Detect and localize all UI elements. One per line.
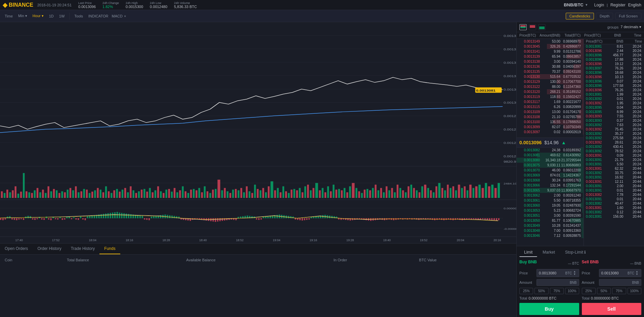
price-chart[interactable]: 0.0013250 0.0013200 0.0013150 0.0013100 … xyxy=(0,22,516,166)
sell-amount-input[interactable] xyxy=(601,280,632,284)
buy-order-row[interactable]: 0.00130615.500.00718355 xyxy=(517,198,584,203)
decimals-selector[interactable]: 7 decimals ▾ xyxy=(620,25,641,29)
buy-order-row[interactable]: 0.00130467.120.00928875 xyxy=(517,233,584,238)
buy-price-input-wrap[interactable]: BTC ▲ ▼ xyxy=(536,269,579,277)
hour-button[interactable]: Hour ▾ xyxy=(31,13,46,19)
buy-75-percent[interactable]: 75% xyxy=(550,288,564,294)
sell-price-cell: 0.0013109 xyxy=(519,110,540,114)
ob-both-icon[interactable] xyxy=(519,24,527,30)
sell-100-percent[interactable]: 100% xyxy=(628,288,641,294)
buy-button[interactable]: Buy xyxy=(519,303,579,315)
sell-price-input[interactable] xyxy=(601,271,628,275)
sell-25-percent[interactable]: 25% xyxy=(582,288,596,294)
ob-sell-icon[interactable] xyxy=(529,24,536,30)
sell-order-row[interactable]: 0.0013100136.550.17888050 xyxy=(517,119,584,124)
sell-order-row[interactable]: 0.0013129130.000.17067700 xyxy=(517,79,584,84)
buy-order-row[interactable]: 0.001304910.280.01341437 xyxy=(517,223,584,228)
sell-price-cell: 0.0013120 xyxy=(519,90,540,94)
sell-order-row[interactable]: 0.001310821.100.02765788 xyxy=(517,114,584,119)
trade-history-row: 0.001309610.1320:24: xyxy=(584,75,644,79)
svg-rect-41 xyxy=(50,191,52,198)
buy-order-row[interactable]: 0.001308224.380.03189392 xyxy=(517,148,584,153)
sell-order-row[interactable]: 0.00131171.690.00221677 xyxy=(517,99,584,104)
candlesticks-button[interactable]: Candlesticks xyxy=(566,13,594,19)
buy-amount-cell: 2.00 xyxy=(540,193,560,198)
trade-tab-market[interactable]: Market xyxy=(538,248,560,257)
sell-order-row[interactable]: 0.001314953.000.06968970 xyxy=(517,39,584,44)
buy-100-percent[interactable]: 100% xyxy=(565,288,579,294)
macd-close-button[interactable]: × xyxy=(124,14,126,18)
svg-rect-177 xyxy=(427,188,429,198)
buy-order-row[interactable]: 0.001307046.000.06012200 xyxy=(517,168,584,173)
buy-order-row[interactable]: 0.00130487.000.00913360 xyxy=(517,228,584,233)
tb-time-cell: 20:24: xyxy=(623,158,642,162)
sell-price-input-wrap[interactable]: BTC ▲ ▼ xyxy=(599,269,642,277)
buy-order-row[interactable]: 0.0013069874.011.14224367 xyxy=(517,173,584,178)
trade-tab-limit[interactable]: Limit xyxy=(519,248,537,257)
indicator-button[interactable]: INDICATOR xyxy=(86,13,111,19)
sell-price-down[interactable]: ▼ xyxy=(635,273,639,276)
tab-funds[interactable]: Funds xyxy=(99,244,120,254)
tab-trade-history[interactable]: Trade History xyxy=(66,244,100,254)
buy-order-row[interactable]: 0.00130759,030.1111.80686883 xyxy=(517,163,584,168)
sell-order-row[interactable]: 0.001313570.370.09243100 xyxy=(517,69,584,74)
ob-buy-icon[interactable] xyxy=(538,24,546,30)
svg-rect-199 xyxy=(491,184,493,198)
register-button[interactable]: Register xyxy=(610,3,626,7)
tools-button[interactable]: Tools xyxy=(72,13,85,19)
buy-price-down[interactable]: ▼ xyxy=(573,273,577,276)
tab-open-orders[interactable]: Open Orders xyxy=(0,244,33,254)
tb-time-cell: 20:24: xyxy=(623,45,642,48)
sell-order-row[interactable]: 0.001313630.880.04056397 xyxy=(517,64,584,69)
buy-amount-input-wrap[interactable]: BNB xyxy=(536,279,579,286)
sell-order-row[interactable]: 0.001313965.940.08663857 xyxy=(517,54,584,59)
1d-button[interactable]: 1D xyxy=(47,13,56,19)
sell-order-row[interactable]: 0.00131383.000.00394140 xyxy=(517,59,584,64)
sell-order-row[interactable]: 0.0013130515.640.67703532 xyxy=(517,74,584,79)
buy-order-row[interactable]: 0.00130535.230.00682724 xyxy=(517,208,584,213)
sell-order-row[interactable]: 0.0013119118.930.15602427 xyxy=(517,94,584,99)
sell-amount-input-wrap[interactable]: BNB xyxy=(599,279,642,286)
x-tick-2: 18:04 xyxy=(74,239,111,242)
buy-price-label: Price xyxy=(519,271,534,275)
buy-order-row[interactable]: 0.0013066132.340.17291544 xyxy=(517,183,584,188)
language-selector[interactable]: English xyxy=(628,3,641,7)
fullscreen-button[interactable]: Full Screen xyxy=(615,13,641,19)
svg-rect-77 xyxy=(149,188,151,198)
sell-order-row[interactable]: 0.00130970.020.00002619 xyxy=(517,129,584,135)
sell-order-row[interactable]: 0.00131419.990.01312786 xyxy=(517,49,584,54)
tb-time-cell: 20:44: xyxy=(623,210,642,214)
svg-rect-92 xyxy=(190,190,192,198)
buy-order-row[interactable]: 0.0013081469.620.61430992 xyxy=(517,153,584,158)
buy-order-row[interactable]: 0.001306019.050.02487930 xyxy=(517,203,584,208)
buy-order-row[interactable]: 0.001305081.770.10670985 xyxy=(517,218,584,223)
time-button[interactable]: Time xyxy=(3,13,15,19)
sell-order-row[interactable]: 0.00131156.260.00820999 xyxy=(517,104,584,109)
tab-order-history[interactable]: Order History xyxy=(33,244,66,254)
buy-order-row[interactable]: 0.00130659,037.0311.80687970 xyxy=(517,188,584,193)
pair-info[interactable]: BNB/BTC ▾ xyxy=(564,2,588,7)
buy-order-row[interactable]: 0.00130513.000.00391590 xyxy=(517,213,584,218)
sell-order-row[interactable]: 0.001312288.000.11547360 xyxy=(517,84,584,89)
buy-50-percent[interactable]: 50% xyxy=(534,288,548,294)
min-button[interactable]: Min ▾ xyxy=(16,13,29,19)
sell-order-row[interactable]: 0.0013120268.210.35189152 xyxy=(517,89,584,94)
buy-order-row[interactable]: 0.00130622.000.00261240 xyxy=(517,193,584,198)
sell-order-row[interactable]: 0.001310913.000.01704170 xyxy=(517,109,584,114)
buy-25-percent[interactable]: 25% xyxy=(519,288,533,294)
sell-order-row[interactable]: 0.0013045326.260.42886877 xyxy=(517,44,584,49)
sell-50-percent[interactable]: 50% xyxy=(597,288,611,294)
sell-button[interactable]: Sell xyxy=(582,303,642,315)
svg-rect-157 xyxy=(372,188,374,198)
depth-button[interactable]: Depth xyxy=(596,13,613,19)
sell-order-row[interactable]: 0.001309982.070.10750349 xyxy=(517,124,584,129)
buy-order-row[interactable]: 0.001308016,340.1821.37295544 xyxy=(517,158,584,163)
svg-rect-169 xyxy=(405,192,406,198)
buy-price-input[interactable] xyxy=(539,271,565,275)
login-button[interactable]: Login xyxy=(594,3,604,7)
sell-75-percent[interactable]: 75% xyxy=(612,288,626,294)
trade-tab-stop-limit[interactable]: Stop-Limit ℹ xyxy=(560,248,591,257)
buy-order-row[interactable]: 0.001306830.240.03951763 xyxy=(517,178,584,183)
buy-amount-input[interactable] xyxy=(539,280,570,284)
1w-button[interactable]: 1W xyxy=(57,13,67,19)
